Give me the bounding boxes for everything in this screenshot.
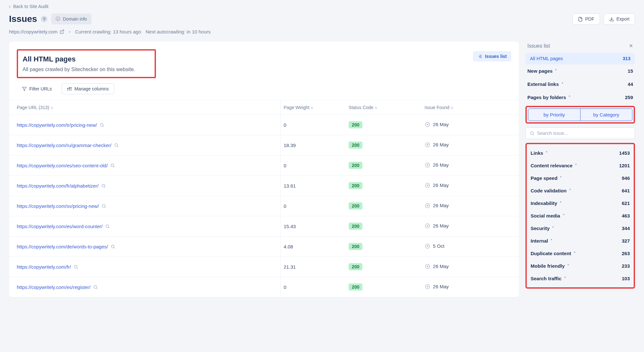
- back-link-label: Back to Site Audit: [13, 4, 49, 9]
- category-item[interactable]: Social media˄463: [530, 209, 630, 222]
- status-badge: 200: [349, 243, 362, 250]
- category-item[interactable]: Duplicate content˄263: [530, 247, 630, 260]
- site-url-link[interactable]: https://copywritely.com: [9, 29, 64, 34]
- tab-by-priority[interactable]: by Priority: [528, 109, 580, 121]
- chevron-up-icon: ˄: [560, 176, 562, 180]
- svg-point-20: [111, 164, 114, 167]
- sidebar-group-item[interactable]: New pages˄15: [525, 64, 635, 78]
- category-item[interactable]: Indexability˄621: [530, 197, 630, 209]
- page-url-cell[interactable]: https://copywritely.com/de/words-to-page…: [17, 244, 115, 249]
- svg-point-11: [71, 87, 72, 88]
- page-weight-cell: 0: [280, 155, 345, 176]
- page-weight-cell: 0: [280, 196, 345, 216]
- table-row: https://copywritely.com/ru/grammar-check…: [9, 135, 519, 155]
- sidebar-group-item[interactable]: Pages by folders˄259: [525, 91, 635, 104]
- svg-line-17: [117, 146, 118, 147]
- manage-columns-button[interactable]: Manage columns: [62, 83, 114, 94]
- col-found-header[interactable]: Issue Found⇅: [421, 100, 519, 115]
- search-issue-input[interactable]: [537, 131, 631, 136]
- issues-list-button[interactable]: Issues list: [473, 51, 511, 61]
- svg-point-31: [427, 205, 428, 206]
- category-item[interactable]: Code validation˄641: [530, 184, 630, 197]
- page-weight-cell: 18.39: [280, 135, 345, 155]
- table-row: https://copywritely.com/sv/pricing-new/ …: [9, 196, 519, 216]
- pdf-label: PDF: [585, 16, 594, 22]
- search-issue-box[interactable]: [525, 127, 635, 139]
- svg-marker-5: [22, 87, 26, 90]
- table-row: https://copywritely.com/es/register/ 020…: [9, 277, 519, 297]
- col-url-header[interactable]: Page URL (313)⇅: [9, 100, 280, 115]
- page-url-cell[interactable]: https://copywritely.com/es/seo-content-o…: [17, 163, 115, 168]
- col-status-header[interactable]: Status Code⇅: [345, 100, 421, 115]
- page-url-cell[interactable]: https://copywritely.com/fr/: [17, 264, 78, 270]
- category-list-highlight: Links˄1453Content relevance˄1201Page spe…: [525, 143, 635, 289]
- page-url-cell[interactable]: https://copywritely.com/es/word-counter/: [17, 224, 110, 229]
- category-item[interactable]: Mobile friendly˄233: [530, 260, 630, 272]
- svg-line-33: [109, 227, 110, 228]
- chevron-up-icon: ˄: [560, 201, 562, 205]
- category-item[interactable]: Security˄344: [530, 222, 630, 235]
- magnify-icon[interactable]: [73, 264, 78, 269]
- status-badge: 200: [349, 223, 362, 230]
- pdf-icon: [578, 17, 583, 22]
- page-url-cell[interactable]: https://copywritely.com/fr/alphabetizer/: [17, 183, 106, 189]
- magnify-icon[interactable]: [105, 224, 110, 229]
- svg-point-48: [531, 132, 533, 134]
- svg-point-40: [74, 265, 77, 268]
- sort-icon: ⇅: [375, 106, 377, 110]
- pdf-button[interactable]: PDF: [572, 14, 600, 24]
- magnify-icon[interactable]: [101, 204, 106, 208]
- magnify-icon[interactable]: [111, 244, 115, 249]
- domain-info-button[interactable]: ⓘ Domain info: [51, 14, 91, 24]
- status-badge: 200: [349, 121, 362, 128]
- page-weight-cell: 21.31: [280, 257, 345, 277]
- category-item[interactable]: Content relevance˄1201: [530, 159, 630, 172]
- close-icon[interactable]: ✕: [629, 43, 633, 49]
- export-button[interactable]: Export: [604, 14, 635, 24]
- svg-point-16: [115, 144, 118, 146]
- sidebar-group-item[interactable]: External links˄44: [525, 78, 635, 91]
- sidebar-title: Issues list: [527, 43, 550, 49]
- page-url-cell[interactable]: https://copywritely.com/es/register/: [17, 284, 98, 290]
- chevron-up-icon: ˄: [564, 276, 566, 281]
- external-link-icon: [60, 29, 64, 34]
- table-row: https://copywritely.com/es/word-counter/…: [9, 216, 519, 236]
- filter-urls-button[interactable]: Filter URLs: [17, 83, 57, 94]
- svg-point-15: [427, 124, 428, 125]
- issue-found-cell: 26 May: [421, 135, 519, 155]
- magnify-icon[interactable]: [100, 123, 104, 127]
- page-url-cell[interactable]: https://copywritely.com/ru/grammar-check…: [17, 143, 119, 148]
- chevron-up-icon: ˄: [574, 251, 576, 255]
- svg-line-1: [62, 30, 64, 32]
- svg-point-43: [427, 266, 428, 267]
- category-item[interactable]: Search traffic˄103: [530, 272, 630, 285]
- columns-label: Manage columns: [74, 86, 109, 91]
- magnify-icon[interactable]: [101, 183, 106, 188]
- magnify-icon[interactable]: [93, 285, 98, 290]
- chevron-up-icon: ˄: [551, 239, 553, 243]
- help-icon[interactable]: ?: [41, 16, 47, 22]
- category-item[interactable]: Page speed˄946: [530, 172, 630, 184]
- svg-point-44: [94, 285, 97, 288]
- category-item[interactable]: Links˄1453: [530, 147, 630, 159]
- sidebar-item-all-html-pages[interactable]: All HTML pages 313: [525, 53, 635, 64]
- tab-by-category[interactable]: by Category: [580, 109, 632, 121]
- status-badge: 200: [349, 202, 362, 209]
- page-weight-cell: 4.08: [280, 236, 345, 257]
- issue-found-cell: 26 May: [421, 155, 519, 176]
- category-item[interactable]: Internal˄327: [530, 235, 630, 247]
- gauge-icon: [425, 203, 430, 208]
- svg-point-36: [111, 245, 114, 248]
- back-link[interactable]: ‹ Back to Site Audit: [9, 4, 48, 9]
- page-url-cell[interactable]: https://copywritely.com/sv/pricing-new/: [17, 203, 106, 209]
- table-row: https://copywritely.com/fr/alphabetizer/…: [9, 176, 519, 196]
- issue-found-cell: 26 May: [421, 115, 519, 135]
- pages-table: Page URL (313)⇅ Page Weight⇅ Status Code…: [9, 100, 519, 297]
- magnify-icon[interactable]: [110, 163, 115, 168]
- status-code-cell: 200: [345, 176, 421, 196]
- svg-line-41: [77, 268, 78, 269]
- sort-icon: ⇅: [451, 106, 453, 110]
- col-weight-header[interactable]: Page Weight⇅: [280, 100, 345, 115]
- magnify-icon[interactable]: [114, 143, 119, 148]
- page-url-cell[interactable]: https://copywritely.com/tr/pricing-new/: [17, 122, 104, 128]
